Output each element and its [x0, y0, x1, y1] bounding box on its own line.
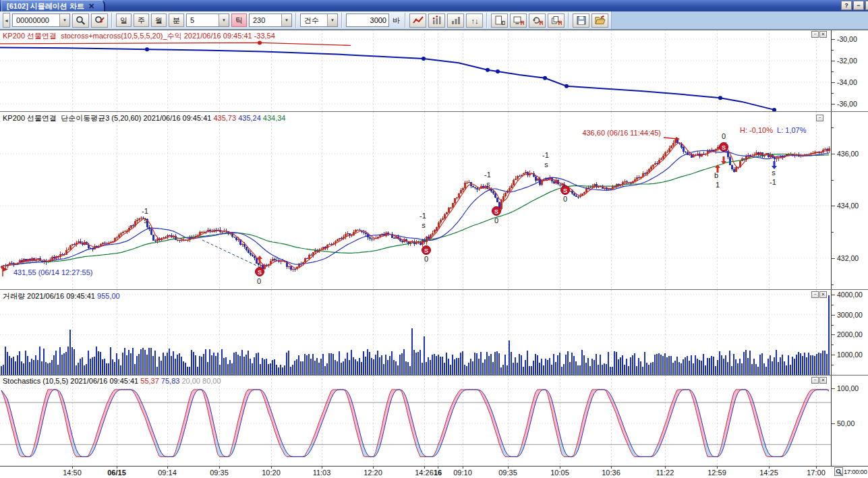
help-button[interactable]: ?: [841, 1, 852, 10]
bar-chart-button[interactable]: [447, 13, 464, 28]
period-week-button[interactable]: 주: [134, 13, 149, 27]
time-axis-label: 14:25: [759, 469, 778, 477]
search-jump-icon: [94, 16, 105, 25]
panel-separator[interactable]: [0, 375, 868, 376]
panel-separator[interactable]: [0, 111, 868, 112]
toolbar-content: ◄ 00000000 ▼ 일 주 월 분 5 ▼ 틱 230 ▼: [0, 11, 612, 29]
copy-r-icon: R: [551, 16, 562, 25]
bar-count-input[interactable]: [346, 13, 389, 27]
price-header-part: KP200 선물연결 단순이동평균3 (5,20,60) 2021/06/16 …: [3, 114, 213, 122]
svg-text:R: R: [558, 20, 562, 26]
time-axis-label: 12:59: [707, 469, 726, 477]
price-chart[interactable]: -1s0-1s0-1s0-1s00b1s-1SSSSS436,60 (06/16…: [0, 112, 831, 289]
open-folder-button[interactable]: [591, 13, 608, 28]
stoch-panel-minimize-button[interactable]: −: [811, 377, 819, 384]
svg-text:-1: -1: [142, 207, 148, 215]
price-axis-minor-tick: [832, 285, 834, 285]
panel-separator[interactable]: [0, 289, 868, 290]
svg-text:-1: -1: [484, 171, 491, 179]
period-minute-button[interactable]: 분: [169, 13, 184, 27]
svg-text:431,55 (06/14 12:27:55): 431,55 (06/14 12:27:55): [13, 268, 92, 276]
magnifier-icon: [836, 469, 842, 475]
refresh-r-button[interactable]: R: [529, 13, 546, 28]
price-header-part: 435,73: [213, 114, 238, 122]
equity-panel-close-button[interactable]: ✕: [819, 31, 827, 38]
title-bar: [6102] 시뮬레이션 차트 ✕ ? −: [0, 0, 868, 11]
volume-axis-tick: [832, 295, 835, 295]
volume-panel-close-button[interactable]: ✕: [819, 291, 827, 298]
copy-r-button[interactable]: R: [548, 13, 565, 28]
stoch-header-part: 75,83: [161, 377, 182, 385]
equity-panel-controls: −✕: [811, 31, 827, 38]
tab-close-icon[interactable]: ✕: [88, 2, 94, 11]
dropdown-arrow-icon[interactable]: ▼: [281, 14, 291, 26]
equity-axis-tick: [832, 39, 835, 40]
search-icon: [76, 16, 86, 25]
stoch-chart[interactable]: [0, 376, 831, 465]
dropdown-arrow-icon[interactable]: ▼: [327, 14, 337, 26]
stoch-header-part: 55,37: [140, 377, 161, 385]
svg-text:0: 0: [563, 195, 567, 203]
simulation-chart-window: [6102] 시뮬레이션 차트 ✕ ? − ◄ 00000000 ▼ 일 주 월: [0, 0, 868, 478]
maximize-button[interactable]: [865, 1, 868, 10]
minimize-button[interactable]: −: [853, 1, 864, 10]
open-folder-icon: [595, 16, 606, 25]
search-button[interactable]: [72, 13, 89, 28]
time-axis-label: 11:22: [656, 469, 674, 477]
stoch-panel-close-button[interactable]: ✕: [819, 377, 827, 384]
screen-r-button[interactable]: R: [510, 13, 527, 28]
dropdown-arrow-icon[interactable]: ▼: [59, 14, 69, 26]
indicator-signal-button[interactable]: [428, 13, 445, 28]
save-button[interactable]: [573, 13, 589, 28]
svg-text:D: D: [501, 20, 505, 26]
volume-axis-tick: [832, 355, 835, 355]
svg-text:0: 0: [424, 255, 428, 263]
svg-text:S: S: [563, 187, 567, 194]
svg-text:s: s: [422, 221, 426, 229]
equity-panel-minimize-button[interactable]: −: [811, 31, 819, 38]
svg-text:S: S: [258, 269, 262, 276]
toolbar-separator: [568, 13, 569, 28]
count-mode-combo[interactable]: 건수 ▼: [300, 13, 338, 27]
svg-text:-1: -1: [770, 178, 776, 186]
svg-text:↑↓: ↑↓: [471, 17, 478, 25]
volume-axis-label: 2000,00: [837, 330, 863, 338]
toolbar-separator: [295, 13, 297, 28]
equity-panel-header: KP200 선물연결 stocross+macross(10,5,5,5,20)…: [3, 31, 275, 41]
axis-zoom-button[interactable]: [834, 467, 843, 476]
stoch-panel-header: Stochastics (10,5,5) 2021/06/16 09:45:41…: [3, 377, 221, 385]
period-month-button[interactable]: 월: [151, 13, 167, 27]
period-day-button[interactable]: 일: [116, 13, 132, 27]
sort-updown-button[interactable]: ↑↓: [466, 13, 483, 28]
equity-axis-label: -34,00: [837, 78, 857, 86]
svg-text:R: R: [539, 20, 543, 26]
equity-chart[interactable]: [0, 30, 831, 111]
simulation-search-button[interactable]: [91, 13, 108, 28]
volume-panel-minimize-button[interactable]: −: [811, 291, 819, 298]
volume-chart[interactable]: [0, 290, 831, 375]
screen-r-icon: R: [513, 16, 524, 25]
new-doc-d-button[interactable]: D: [491, 13, 508, 28]
minute-value-combo[interactable]: 5 ▼: [186, 13, 229, 27]
price-axis-label: 434,00: [837, 202, 859, 210]
svg-text:-1: -1: [542, 151, 549, 159]
dropdown-arrow-icon[interactable]: ▼: [219, 14, 229, 26]
volume-axis-label: 1000,00: [837, 351, 863, 359]
time-axis-label: 09:14: [158, 469, 177, 477]
symbol-code-combo[interactable]: 00000000 ▼: [12, 13, 70, 27]
tick-count-value: 230: [250, 16, 268, 24]
high-low-overlay: H: -0,10% L: 1,07%: [740, 126, 806, 134]
volume-panel-controls: −✕: [811, 291, 827, 298]
svg-text:S: S: [722, 144, 726, 151]
svg-text:-1: -1: [419, 212, 426, 220]
window-tab[interactable]: [6102] 시뮬레이션 차트 ✕: [1, 0, 105, 11]
line-chart-button[interactable]: [409, 13, 426, 28]
bar-count-suffix: 바: [393, 16, 400, 26]
stoch-header-part: 20,00 80,00: [181, 377, 221, 385]
equity-axis-minor-tick: [832, 93, 834, 94]
price-axis-minor-tick: [832, 180, 834, 181]
price-panel-minimize-button[interactable]: −: [816, 115, 823, 121]
tick-button[interactable]: 틱: [231, 13, 247, 27]
toolbar-scroll-left-button[interactable]: ◄: [3, 13, 10, 28]
tick-count-combo[interactable]: 230 ▼: [249, 13, 292, 27]
